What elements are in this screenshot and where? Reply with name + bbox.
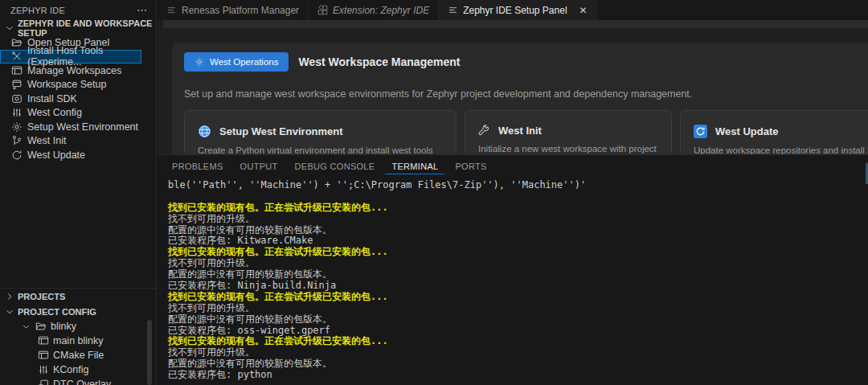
section-header-projects[interactable]: PROJECTS [0,289,157,304]
list-icon [448,5,458,15]
tree-item-main-blinky[interactable]: main blinky [0,334,157,348]
card-description: Initialize a new west workspace with pro… [478,144,658,154]
terminal-line: ble(''Path'', ''Machine'') + '';C:\Progr… [168,180,868,191]
panel-header: West Operations West Workspace Managemen… [172,43,868,72]
tree-item-label: CMake File [53,350,104,361]
panel-tab-debug-console[interactable]: DEBUG CONSOLE [289,157,382,174]
panel-tab-problems[interactable]: PROBLEMS [166,157,230,174]
west-workspace-panel: West Operations West Workspace Managemen… [172,43,868,154]
terminal-output[interactable]: ble(''Path'', ''Machine'') + '';C:\Progr… [158,176,868,381]
terminal-line [168,191,868,203]
page-title: West Workspace Management [298,55,460,68]
card-west-init[interactable]: West Init Initialize a new west workspac… [465,110,672,154]
section-header-project-config[interactable]: PROJECT CONFIG [0,304,157,319]
sidebar-scrollbar[interactable] [147,320,152,385]
section-label: ZEPHYR IDE AND WORKSPACE SETUP [18,18,156,38]
update-icon [694,125,707,138]
tree-item-kconfig[interactable]: KConfig [0,362,157,377]
sliders-icon [38,364,49,375]
chevron-down-icon [3,305,16,318]
sync-icon [11,149,23,161]
sidebar-item-workspace-setup[interactable]: Workspace Setup [0,78,156,92]
sidebar: ZEPHYR IDE ⋯ ZEPHYR IDE AND WORKSPACE SE… [0,0,157,385]
workspace-add-icon [11,79,23,90]
branch-icon [11,135,23,146]
sidebar-item-label: Setup West Environment [27,121,138,133]
terminal-line: 配置的源中没有可用的较新的包版本。 [168,314,868,326]
workspace-window-icon [11,65,23,76]
sidebar-item-label: West Update [27,149,85,161]
card-west-update[interactable]: West Update Update workspace repositorie… [680,110,868,154]
sidebar-item-label: Manage Workspaces [27,65,121,76]
terminal-line: 配置的源中没有可用的较新的包版本。 [168,225,868,236]
sidebar-item-install-sdk[interactable]: Install SDK [0,92,156,106]
sidebar-item-west-update[interactable]: West Update [0,148,156,162]
tree-item-label: blinky [51,321,76,332]
card-description: Create a Python virtual environment and … [198,145,443,154]
section-label: PROJECT CONFIG [18,307,96,317]
card-header: West Init [478,125,658,137]
terminal-line: 找不到可用的升级。 [168,214,868,225]
terminal-line: 找不到可用的升级。 [168,347,868,358]
more-actions-icon[interactable]: ⋯ [137,6,148,14]
section-header-setup[interactable]: ZEPHYR IDE AND WORKSPACE SETUP [0,20,156,35]
webview-editor: West Operations West Workspace Managemen… [158,20,868,154]
terminal-line: 找不到可用的升级。 [168,258,868,269]
gear-icon [194,57,204,67]
sidebar-item-setup-west-environment[interactable]: Setup West Environment [0,120,156,134]
button-label: West Operations [210,57,278,67]
sidebar-title: ZEPHYR IDE [10,6,137,15]
sidebar-item-west-config[interactable]: West Config [0,106,156,121]
tools-icon [11,51,23,62]
panel-tab-output[interactable]: OUTPUT [234,157,285,174]
gear-icon [11,121,23,133]
terminal-line: 找到已安装的现有包。正在尝试升级已安装的包... [168,247,868,258]
terminal-line: 已安装程序包: python [168,370,868,381]
card-title: West Update [715,125,779,137]
sidebar-item-label: West Config [27,107,82,118]
west-operations-button[interactable]: West Operations [184,52,289,72]
card-setup-west-environment[interactable]: Setup West Environment Create a Python v… [184,110,457,154]
sidebar-item-west-init[interactable]: West Init [0,134,156,149]
webview-top-strip [163,20,868,28]
tab-renesas-platform-manager[interactable]: Renesas Platform Manager [158,0,309,20]
tree-item-label: DTC Overlay [53,379,111,385]
section-label: PROJECTS [18,292,65,301]
terminal-line: 找到已安装的现有包。正在尝试升级已安装的包... [168,292,868,303]
sidebar-header: ZEPHYR IDE ⋯ [0,0,156,20]
sidebar-item-label: West Init [27,135,66,146]
open-setup-panel-icon [11,37,23,48]
terminal-line: 配置的源中没有可用的较新的包版本。 [168,269,868,281]
workspace-window-icon [38,335,49,346]
panel-tab-terminal[interactable]: TERMINAL [385,157,444,174]
chevron-down-icon [21,322,31,332]
tab-zephyr-ide-setup-panel[interactable]: Zephyr IDE Setup Panel ✕ [439,0,596,20]
sidebar-item-install-host-tools[interactable]: Install Host Tools (Experime... [0,50,141,64]
bottom-panel: PROBLEMS OUTPUT DEBUG CONSOLE TERMINAL P… [158,154,868,385]
terminal-line: 找到已安装的现有包。正在尝试升级已安装的包... [168,336,868,347]
tab-label: Renesas Platform Manager [182,5,299,16]
card-title: Setup West Environment [219,125,343,137]
vscode-window: ZEPHYR IDE ⋯ ZEPHYR IDE AND WORKSPACE SE… [0,0,868,385]
tree-item-blinky[interactable]: blinky [0,319,157,334]
terminal-line: 找不到可用的升级。 [168,303,868,314]
card-description: Update workspace repositories and instal… [694,145,868,154]
tab-extension-zephyr-ide[interactable]: Extension: Zephyr IDE [309,0,439,20]
tree-item-label: main blinky [53,335,104,346]
sidebar-item-label: Install SDK [27,93,77,104]
list-icon [166,5,177,15]
workspace-window-icon [38,350,49,361]
tree-item-cmake-file[interactable]: CMake File [0,348,157,362]
panel-tab-ports[interactable]: PORTS [448,157,493,174]
chevron-right-icon [3,290,16,303]
close-icon[interactable]: ✕ [579,6,588,15]
terminal-line: 已安装程序包: Kitware.CMake [168,236,868,247]
sidebar-item-label: Workspace Setup [27,79,106,90]
terminal-line: 已安装程序包: Ninja-build.Ninja [168,281,868,292]
sdk-disk-icon [11,93,23,104]
terminal-line: 配置的源中没有可用的较新的包版本。 [168,358,868,370]
terminal-line: 已安装程序包: oss-winget.gperf [168,326,868,337]
tree-item-dtc-overlay[interactable]: DTC Overlay [0,377,157,385]
chevron-down-icon [3,22,16,35]
editor-tabbar: Renesas Platform Manager Extension: Zeph… [158,0,868,20]
